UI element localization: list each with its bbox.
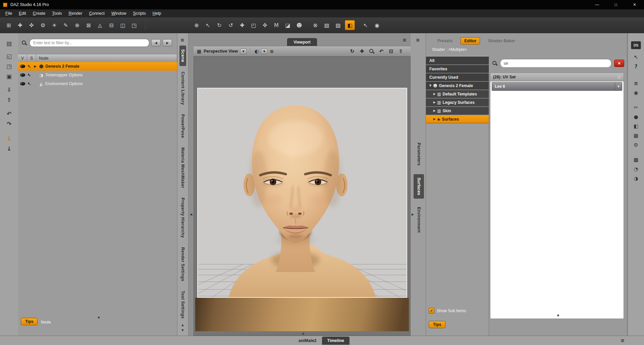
timer-icon[interactable]: ◔	[631, 164, 641, 174]
visibility-eye-icon[interactable]	[20, 82, 25, 85]
undo-icon[interactable]: ↶	[4, 109, 14, 119]
filter-favorites-row[interactable]: Favorites	[426, 65, 489, 73]
remove-item-icon[interactable]: ⊟	[107, 20, 116, 30]
scene-row-tonemapper[interactable]: ↖ ◑ Tonemapper Options	[18, 71, 177, 79]
new-file-icon[interactable]: ▤	[4, 39, 14, 49]
tab-editor[interactable]: Editor	[461, 37, 480, 45]
tips-button[interactable]: Tips	[429, 321, 445, 328]
add-light-icon[interactable]: ☀	[50, 20, 59, 30]
expand-arrow-icon[interactable]: ▶	[433, 109, 435, 112]
pane-resize-handle-left[interactable]: ◀	[190, 213, 192, 216]
show-sub-items[interactable]: ✓ Show Sub Items	[429, 308, 466, 314]
open-file-icon[interactable]: ◱	[4, 51, 14, 61]
export-icon[interactable]: ⇧	[4, 95, 14, 105]
maximize-button[interactable]: □	[606, 0, 625, 9]
delete-node-icon[interactable]: ⊠	[84, 20, 93, 30]
camera-grid-icon[interactable]: ▦	[197, 49, 201, 54]
install-icon[interactable]: ↓	[4, 144, 14, 154]
tree-default-templates[interactable]: ▶ ▥ Default Templates	[426, 90, 489, 98]
orbit-tool-icon[interactable]: ↺	[226, 20, 235, 30]
scale-tool-icon[interactable]: ◰	[249, 20, 258, 30]
merge-file-icon[interactable]: ◳	[4, 61, 14, 71]
geometry-editor-tool-icon[interactable]: ◪	[283, 20, 292, 30]
contrast-icon[interactable]: ◑	[631, 174, 641, 183]
grid-icon[interactable]: ▦	[631, 131, 641, 140]
expand-arrow-icon[interactable]: ▶	[33, 65, 37, 68]
preferences-gear-icon[interactable]: ⚙	[38, 20, 48, 30]
filter-currently-used-row[interactable]: Currently Used	[426, 73, 489, 81]
tree-skin[interactable]: ▶ ▥ Skin	[426, 107, 489, 115]
group-settings-icon[interactable]: ⊡	[618, 75, 621, 79]
tab-tool-settings[interactable]: Tool Settings	[179, 287, 186, 322]
orbit-view-icon[interactable]: ↻	[348, 48, 356, 55]
camera-view-label[interactable]: Perspective View	[204, 49, 238, 54]
figure-select-tool-icon[interactable]: ☻	[294, 20, 304, 30]
clear-search-button[interactable]: ✕	[614, 60, 624, 67]
hatch-icon[interactable]: ▩	[631, 155, 641, 164]
scene-navigator-tool-icon[interactable]: ⊕	[192, 20, 201, 30]
save-file-icon[interactable]: ▣	[4, 71, 14, 81]
tab-materia-meshmaker[interactable]: Materia MeshMaker	[179, 144, 186, 192]
add-figure-icon[interactable]: ⊞	[4, 20, 13, 30]
scene-row-genesis[interactable]: ↖ ▶ ☻ Genesis 2 Female	[18, 62, 177, 71]
tab-viewport[interactable]: Viewport	[287, 38, 317, 46]
menu-scripts[interactable]: Scripts	[129, 10, 149, 17]
expand-arrow-icon[interactable]: ▶	[433, 101, 435, 104]
translate-tool-icon[interactable]: ✚	[237, 20, 247, 30]
property-search-input[interactable]	[500, 59, 611, 68]
close-button[interactable]: ✕	[625, 0, 644, 9]
frame-view-icon[interactable]: ⊡	[387, 48, 395, 55]
dropdown-arrow-icon[interactable]: ▼	[615, 82, 622, 90]
menu-create[interactable]: Create	[30, 10, 49, 17]
drawstyle-dropdown-arrow[interactable]: ▼	[261, 49, 267, 54]
mesh-tool-icon[interactable]: M	[272, 20, 281, 30]
gear-icon[interactable]: ⚙	[631, 140, 641, 150]
tab-timeline[interactable]: Timeline	[322, 337, 350, 345]
spot-render-tool-icon[interactable]: ▧	[322, 20, 331, 30]
add-null-icon[interactable]: ✜	[27, 20, 36, 30]
scene-filter-input[interactable]	[30, 39, 149, 47]
visibility-eye-icon[interactable]	[20, 65, 25, 68]
menu-help[interactable]: Help	[149, 10, 165, 17]
tab-render-settings[interactable]: Render Settings	[179, 244, 186, 285]
daz-store-icon[interactable]: DS	[631, 41, 641, 49]
add-bone-icon[interactable]: ✚	[15, 20, 25, 30]
help-icon[interactable]: ?	[631, 62, 641, 71]
tab-property-hierarchy[interactable]: Property Hierarchy	[179, 194, 186, 242]
menu-connect[interactable]: Connect	[86, 10, 108, 17]
add-primitive-icon[interactable]: ◬	[95, 20, 105, 30]
tab-shader-baker[interactable]: Shader Baker	[488, 39, 515, 43]
menu-tools[interactable]: Tools	[49, 10, 65, 17]
pane-options-icon[interactable]: ≡	[180, 37, 184, 43]
selectable-cursor-icon[interactable]: ↖	[26, 73, 32, 78]
selectable-cursor-icon[interactable]: ↖	[26, 81, 32, 86]
aux-render-tool-icon[interactable]: ▨	[333, 20, 343, 30]
camera-dropdown-arrow[interactable]: ▼	[240, 49, 247, 54]
whats-this-icon[interactable]: ↖	[631, 53, 641, 62]
add-group-icon[interactable]: ◫	[118, 20, 127, 30]
surface-selection-tool-icon[interactable]: ◧	[345, 20, 355, 30]
tree-legacy-surfaces[interactable]: ▶ ▥ Legacy Surfaces	[426, 98, 489, 107]
filter-prev-button[interactable]: ◀	[151, 39, 161, 47]
filter-next-button[interactable]: ▶	[163, 39, 172, 47]
tips-button[interactable]: Tips	[21, 318, 38, 325]
menu-window[interactable]: Window	[108, 10, 129, 17]
scene-row-environment[interactable]: ↖ ◭ Environment Options	[18, 79, 177, 88]
viewport-3d-canvas[interactable]: 1 : 1	[194, 57, 411, 336]
pointer-tool-icon[interactable]: ↖	[361, 20, 370, 30]
tab-environment[interactable]: Environment	[414, 204, 424, 236]
search-icon[interactable]	[21, 40, 27, 46]
zoom-view-icon[interactable]	[368, 48, 375, 55]
tree-root-genesis[interactable]: ▼ ☻ Genesis 2 Female	[426, 82, 489, 90]
expand-arrow-icon[interactable]: ▶	[433, 92, 435, 95]
search-icon[interactable]	[492, 61, 497, 66]
pan-view-icon[interactable]: ✚	[358, 48, 366, 55]
tab-scroll-up-icon[interactable]: ▲	[181, 323, 184, 327]
pane-resize-handle-right[interactable]: ▶	[412, 213, 414, 216]
pane-options-icon[interactable]: ≡	[621, 338, 625, 343]
pane-list-icon[interactable]: ≡	[631, 79, 641, 88]
geometry-cut-icon[interactable]: ✂	[631, 103, 641, 112]
uv-set-dropdown[interactable]: Lee 6 ▼	[492, 82, 622, 91]
tab-content-library[interactable]: Content Library	[179, 68, 186, 109]
expand-arrow-icon[interactable]: ▶	[433, 118, 435, 121]
